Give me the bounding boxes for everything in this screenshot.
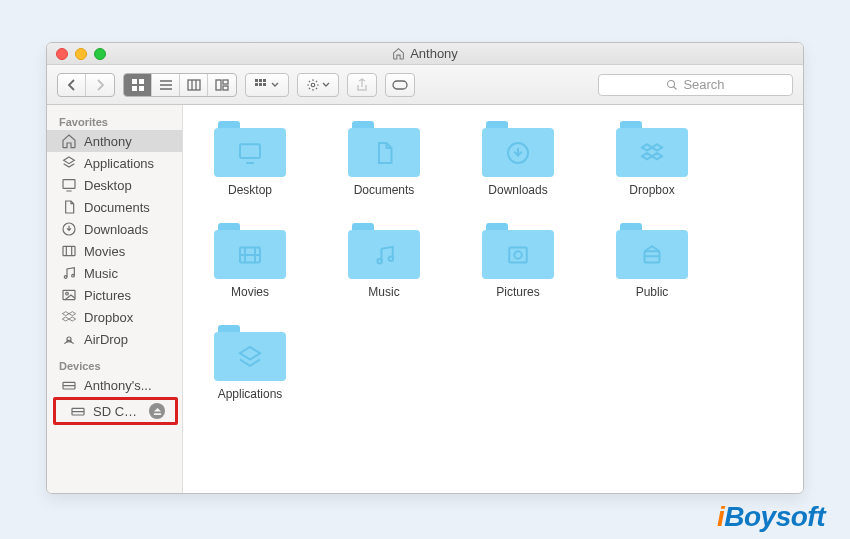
- list-view-button[interactable]: [152, 74, 180, 96]
- sidebar-item-movies[interactable]: Movies: [47, 240, 182, 262]
- sidebar-device-sd-card[interactable]: SD Card: [56, 400, 175, 422]
- folder-public[interactable]: Public: [609, 223, 695, 299]
- svg-rect-26: [63, 246, 75, 255]
- watermark: iBoysoft: [717, 501, 825, 533]
- close-button[interactable]: [56, 48, 68, 60]
- zoom-button[interactable]: [94, 48, 106, 60]
- back-button[interactable]: [58, 74, 86, 96]
- folder-icon: [214, 325, 286, 381]
- forward-button[interactable]: [86, 74, 114, 96]
- window-title: Anthony: [47, 46, 803, 61]
- folder-applications[interactable]: Applications: [207, 325, 293, 401]
- sidebar-item-label: Documents: [84, 200, 172, 215]
- view-mode-group: [123, 73, 237, 97]
- finder-window: Anthony: [46, 42, 804, 494]
- svg-point-46: [389, 256, 394, 261]
- music-icon: [61, 265, 77, 281]
- sidebar-item-documents[interactable]: Documents: [47, 196, 182, 218]
- folder-downloads[interactable]: Downloads: [475, 121, 561, 197]
- svg-rect-31: [63, 290, 75, 299]
- svg-point-21: [668, 80, 675, 87]
- folder-label: Downloads: [488, 183, 547, 197]
- sidebar-item-label: Movies: [84, 244, 172, 259]
- folder-icon: [348, 121, 420, 177]
- folder-label: Dropbox: [629, 183, 674, 197]
- column-view-button[interactable]: [180, 74, 208, 96]
- home-icon: [61, 133, 77, 149]
- svg-rect-14: [259, 79, 262, 82]
- svg-point-45: [377, 259, 382, 264]
- sidebar-item-label: Music: [84, 266, 172, 281]
- sidebar-item-anthony[interactable]: Anthony: [47, 130, 182, 152]
- folder-label: Documents: [354, 183, 415, 197]
- desktop-icon: [61, 177, 77, 193]
- svg-rect-12: [223, 86, 228, 90]
- folder-pictures[interactable]: Pictures: [475, 223, 561, 299]
- eject-button[interactable]: [149, 403, 165, 419]
- folder-icon: [616, 223, 688, 279]
- sidebar-device-anthony-s-[interactable]: Anthony's...: [47, 374, 182, 396]
- svg-rect-17: [259, 83, 262, 86]
- folder-icon: [482, 121, 554, 177]
- share-icon: [356, 78, 368, 92]
- folder-label: Public: [636, 285, 669, 299]
- svg-rect-7: [188, 80, 200, 90]
- share-button[interactable]: [347, 73, 377, 97]
- highlight-box: SD Card: [53, 397, 178, 425]
- sidebar-item-downloads[interactable]: Downloads: [47, 218, 182, 240]
- tag-icon: [392, 79, 408, 91]
- sidebar-item-label: Anthony's...: [84, 378, 172, 393]
- content-area: DesktopDocumentsDownloadsDropboxMoviesMu…: [183, 105, 803, 493]
- svg-rect-13: [255, 79, 258, 82]
- gallery-view-button[interactable]: [208, 74, 236, 96]
- folder-desktop[interactable]: Desktop: [207, 121, 293, 197]
- folder-label: Pictures: [496, 285, 539, 299]
- download-icon: [61, 221, 77, 237]
- svg-rect-15: [263, 79, 266, 82]
- svg-point-48: [514, 251, 522, 259]
- titlebar: Anthony: [47, 43, 803, 65]
- dropbox-icon: [61, 309, 77, 325]
- svg-point-19: [311, 83, 315, 87]
- sidebar-item-music[interactable]: Music: [47, 262, 182, 284]
- folder-movies[interactable]: Movies: [207, 223, 293, 299]
- sidebar-item-label: Dropbox: [84, 310, 172, 325]
- minimize-button[interactable]: [75, 48, 87, 60]
- folder-icon: [214, 223, 286, 279]
- svg-rect-18: [263, 83, 266, 86]
- svg-rect-47: [509, 247, 527, 262]
- search-input[interactable]: Search: [598, 74, 793, 96]
- svg-rect-3: [139, 86, 144, 91]
- svg-point-29: [64, 276, 67, 279]
- doc-icon: [61, 199, 77, 215]
- sidebar-item-applications[interactable]: Applications: [47, 152, 182, 174]
- sidebar-item-label: Desktop: [84, 178, 172, 193]
- sidebar-item-label: Downloads: [84, 222, 172, 237]
- folder-documents[interactable]: Documents: [341, 121, 427, 197]
- sidebar: Favorites AnthonyApplicationsDesktopDocu…: [47, 105, 183, 493]
- folder-icon: [482, 223, 554, 279]
- sidebar-item-pictures[interactable]: Pictures: [47, 284, 182, 306]
- action-button[interactable]: [297, 73, 339, 97]
- drive-icon: [61, 377, 77, 393]
- svg-rect-23: [63, 180, 75, 189]
- sidebar-item-airdrop[interactable]: AirDrop: [47, 328, 182, 350]
- icon-view-button[interactable]: [124, 74, 152, 96]
- svg-line-22: [674, 86, 677, 89]
- sidebar-item-label: AirDrop: [84, 332, 172, 347]
- svg-rect-1: [139, 79, 144, 84]
- sidebar-item-dropbox[interactable]: Dropbox: [47, 306, 182, 328]
- svg-rect-11: [223, 80, 228, 84]
- sidebar-item-label: Applications: [84, 156, 172, 171]
- folder-music[interactable]: Music: [341, 223, 427, 299]
- sidebar-item-desktop[interactable]: Desktop: [47, 174, 182, 196]
- tags-button[interactable]: [385, 73, 415, 97]
- svg-rect-16: [255, 83, 258, 86]
- arrange-button[interactable]: [245, 73, 289, 97]
- svg-point-32: [66, 292, 69, 295]
- favorites-header: Favorites: [47, 112, 182, 130]
- folder-icon: [348, 223, 420, 279]
- svg-rect-2: [132, 86, 137, 91]
- sidebar-item-label: Anthony: [84, 134, 172, 149]
- folder-dropbox[interactable]: Dropbox: [609, 121, 695, 197]
